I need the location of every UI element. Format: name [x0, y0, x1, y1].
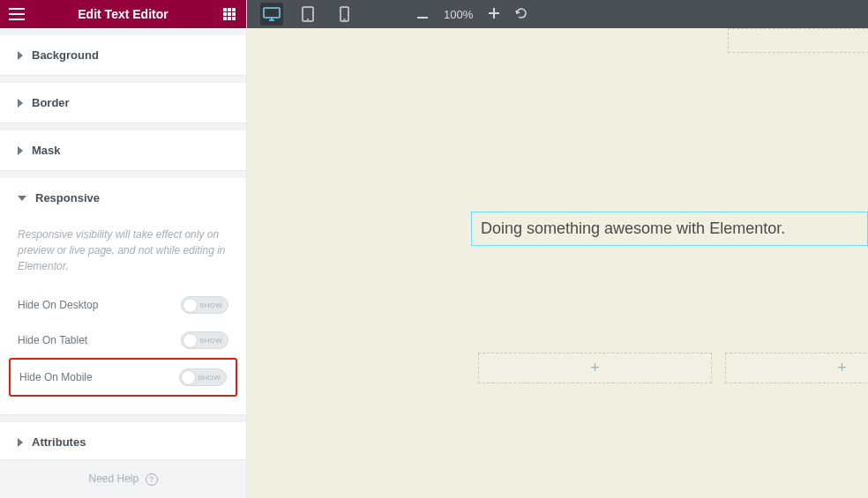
- panel-header: Edit Text Editor: [0, 0, 246, 28]
- control-label: Hide On Tablet: [18, 334, 87, 346]
- switch-text: SHOW: [199, 337, 222, 345]
- section-title: Attributes: [32, 435, 86, 449]
- switch-hide-desktop[interactable]: SHOW: [181, 296, 228, 314]
- svg-rect-3: [223, 8, 227, 11]
- main-area: 100% Doing something awesome with Elemen…: [247, 0, 868, 498]
- menu-button[interactable]: [9, 6, 25, 22]
- section-header-border[interactable]: Border: [0, 83, 246, 123]
- plus-icon: +: [837, 359, 847, 377]
- svg-rect-21: [489, 12, 499, 14]
- text-widget-selected[interactable]: Doing something awesome with Elementor.: [471, 212, 868, 246]
- zoom-level: 100%: [444, 8, 473, 21]
- control-label: Hide On Mobile: [19, 371, 93, 383]
- svg-rect-1: [9, 13, 25, 15]
- svg-rect-6: [223, 12, 227, 16]
- help-icon: ?: [146, 473, 158, 486]
- highlighted-control: Hide On Mobile SHOW: [9, 358, 237, 397]
- svg-rect-2: [9, 19, 25, 20]
- section-title: Responsive: [35, 191, 100, 204]
- responsive-note: Responsive visibility will take effect o…: [18, 227, 228, 274]
- section-border: Border: [0, 83, 246, 123]
- control-label: Hide On Desktop: [18, 299, 98, 311]
- svg-rect-5: [232, 8, 236, 11]
- section-title: Background: [32, 48, 99, 62]
- svg-rect-4: [228, 8, 231, 11]
- section-title: Border: [32, 96, 70, 109]
- caret-right-icon: [18, 438, 23, 447]
- svg-rect-10: [228, 17, 231, 20]
- svg-rect-0: [9, 8, 25, 10]
- section-header-responsive[interactable]: Responsive: [0, 178, 246, 218]
- svg-rect-12: [264, 8, 280, 18]
- help-link-text: Need Help: [88, 472, 138, 485]
- panel-footer[interactable]: Need Help ?: [0, 459, 246, 498]
- reset-zoom-button[interactable]: [515, 7, 528, 22]
- svg-rect-9: [223, 17, 227, 20]
- empty-section-placeholder[interactable]: [728, 28, 868, 53]
- switch-text: SHOW: [198, 374, 221, 382]
- device-desktop-button[interactable]: [260, 3, 283, 26]
- section-header-attributes[interactable]: Attributes: [0, 422, 246, 459]
- control-hide-desktop: Hide On Desktop SHOW: [18, 287, 228, 323]
- control-hide-mobile: Hide On Mobile SHOW: [19, 360, 227, 395]
- add-section-right[interactable]: +: [725, 353, 868, 383]
- control-hide-tablet: Hide On Tablet SHOW: [18, 323, 228, 358]
- panel-title: Edit Text Editor: [9, 7, 237, 21]
- panel-body: Background Border Mask: [0, 28, 246, 459]
- section-header-background[interactable]: Background: [0, 35, 246, 75]
- responsive-topbar: 100%: [247, 0, 868, 28]
- zoom-in-button[interactable]: [489, 8, 499, 21]
- widgets-button[interactable]: [221, 6, 237, 22]
- switch-knob: [183, 299, 197, 312]
- caret-right-icon: [18, 146, 23, 155]
- section-header-mask[interactable]: Mask: [0, 130, 246, 170]
- switch-hide-tablet[interactable]: SHOW: [181, 331, 228, 349]
- switch-text: SHOW: [199, 301, 222, 309]
- add-section-left[interactable]: +: [478, 353, 712, 383]
- section-body-responsive: Responsive visibility will take effect o…: [0, 218, 246, 414]
- section-title: Mask: [32, 144, 61, 157]
- switch-knob: [182, 371, 195, 384]
- section-mask: Mask: [0, 130, 246, 171]
- svg-rect-11: [232, 17, 236, 20]
- caret-down-icon: [18, 196, 26, 201]
- canvas[interactable]: Doing something awesome with Elementor. …: [247, 28, 868, 498]
- plus-icon: +: [590, 359, 600, 377]
- section-responsive: Responsive Responsive visibility will ta…: [0, 178, 246, 415]
- section-background: Background: [0, 35, 246, 76]
- section-attributes: Attributes: [0, 422, 246, 459]
- device-mobile-button[interactable]: [333, 3, 355, 26]
- zoom-out-button[interactable]: [417, 8, 428, 21]
- zoom-controls: 100%: [417, 7, 528, 22]
- switch-knob: [183, 334, 197, 347]
- svg-rect-8: [232, 12, 236, 16]
- svg-rect-7: [228, 12, 231, 16]
- caret-right-icon: [18, 51, 23, 60]
- caret-right-icon: [18, 99, 23, 108]
- switch-hide-mobile[interactable]: SHOW: [179, 368, 227, 386]
- device-tablet-button[interactable]: [296, 3, 319, 26]
- svg-rect-19: [417, 17, 428, 19]
- editor-panel: Edit Text Editor Background Border: [0, 0, 247, 498]
